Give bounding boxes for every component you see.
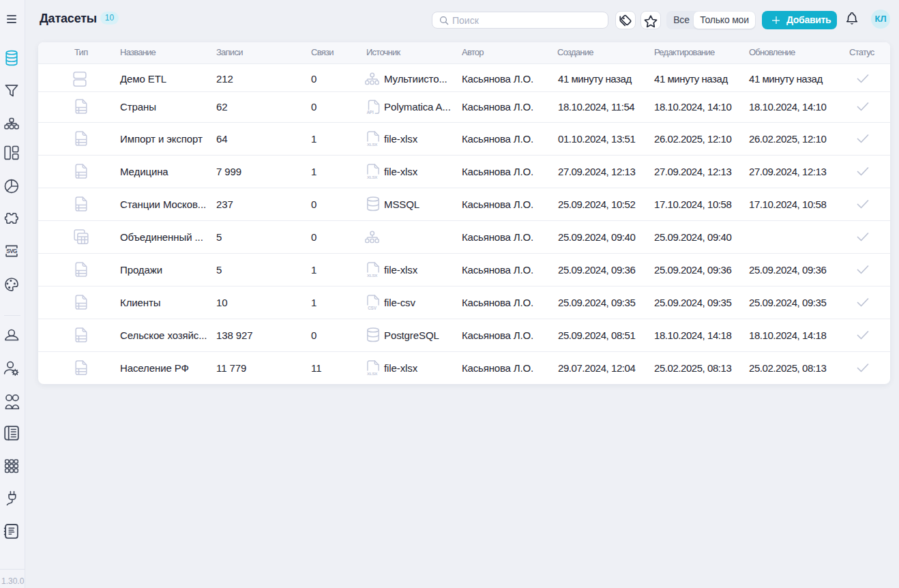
svg-text:XLSX: XLSX [367, 142, 378, 147]
svg-text:CSV: CSV [368, 306, 377, 310]
svg-text:SVG: SVG [7, 248, 18, 254]
svg-text:XLSX: XLSX [367, 371, 378, 376]
svg-text:XLSX: XLSX [367, 175, 378, 179]
svg-text:XLSX: XLSX [367, 273, 378, 278]
svg-text:API: API [366, 110, 374, 115]
